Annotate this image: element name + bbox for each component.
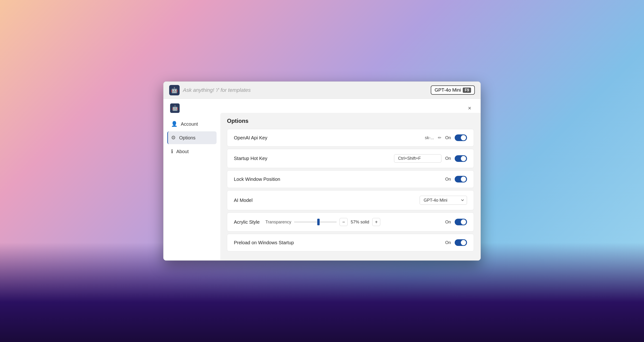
options-title: Options (227, 113, 474, 124)
openai-api-key-toggle[interactable] (455, 135, 467, 141)
toggle-thumb (461, 176, 466, 182)
startup-hot-key-toggle[interactable] (455, 155, 467, 162)
increment-button[interactable]: + (372, 218, 380, 226)
toggle-track (455, 219, 467, 225)
ai-model-select[interactable]: GPT-4o Mini GPT-4o GPT-3.5 Turbo (420, 196, 467, 205)
acrylic-toggle[interactable] (455, 219, 467, 225)
ai-model-label: AI Model (234, 198, 252, 203)
about-icon: ℹ (171, 148, 173, 155)
robot-icon: 🤖 (169, 85, 180, 95)
option-row-ai-model: AI Model GPT-4o Mini GPT-4o GPT-3.5 Turb… (227, 190, 474, 210)
openai-toggle-label: On (445, 135, 451, 140)
toggle-thumb (461, 156, 466, 161)
toggle-track (455, 239, 467, 246)
openai-api-key-right: sk-... ✏ On (425, 135, 467, 141)
search-area: 🤖 Ask anything! '/' for templates (169, 85, 431, 95)
transparency-label: Transparency (265, 220, 291, 225)
edit-icon[interactable]: ✏ (438, 135, 442, 140)
toggle-thumb (461, 240, 466, 245)
model-shortcut-badge: F9 (463, 88, 471, 93)
preload-toggle-label: On (445, 240, 451, 245)
toggle-track (455, 155, 467, 162)
decrement-button[interactable]: − (340, 218, 348, 226)
search-input[interactable]: Ask anything! '/' for templates (183, 87, 251, 93)
top-bar: 🤖 Ask anything! '/' for templates GPT-4o… (164, 82, 480, 99)
slider-value: 57% solid (350, 220, 370, 225)
ai-model-right: GPT-4o Mini GPT-4o GPT-3.5 Turbo (420, 196, 467, 205)
option-row-startup-hot-key: Startup Hot Key On (227, 149, 474, 168)
dialog-icon: 🤖 (170, 103, 180, 113)
toggle-thumb (461, 135, 466, 140)
acrylic-style-label: Acrylic Style (234, 219, 260, 225)
account-icon: 👤 (171, 121, 178, 127)
sidebar-about-label: About (176, 149, 188, 154)
hotkey-input[interactable] (394, 154, 442, 163)
option-row-lock-window-position: Lock Window Position On (227, 171, 474, 188)
acrylic-left: Acrylic Style Transparency − 57% solid (234, 218, 380, 226)
lock-window-right: On (445, 176, 467, 182)
toggle-thumb (461, 219, 466, 225)
sidebar-item-options[interactable]: ⚙ Options (167, 131, 216, 144)
sidebar-item-about[interactable]: ℹ About (167, 145, 216, 158)
lock-toggle-label: On (445, 177, 451, 182)
dialog-body: 👤 Account ⚙ Options ℹ About Options (164, 113, 480, 260)
sidebar: 👤 Account ⚙ Options ℹ About (164, 113, 220, 260)
slider-track[interactable] (294, 221, 337, 222)
preload-startup-toggle[interactable] (455, 239, 467, 246)
slider-container (294, 221, 337, 222)
options-icon: ⚙ (171, 135, 176, 141)
page-wrapper: 🤖 Ask anything! '/' for templates GPT-4o… (0, 0, 644, 342)
preload-startup-label: Preload on Windows Startup (234, 240, 294, 245)
app-window: 🤖 Ask anything! '/' for templates GPT-4o… (163, 81, 481, 261)
model-badge[interactable]: GPT-4o Mini F9 (431, 85, 475, 95)
startup-hot-key-right: On (394, 154, 467, 163)
acrylic-right: On (445, 219, 467, 225)
startup-hot-key-label: Startup Hot Key (234, 156, 267, 161)
sidebar-item-account[interactable]: 👤 Account (167, 118, 216, 130)
sidebar-options-label: Options (179, 135, 196, 141)
startup-toggle-label: On (445, 156, 451, 161)
acrylic-transparency: Transparency − 57% solid + (265, 218, 380, 226)
sidebar-account-label: Account (181, 121, 198, 127)
dialog-header: 🤖 × (164, 99, 480, 113)
lock-window-label: Lock Window Position (234, 176, 280, 182)
option-row-acrylic-style: Acrylic Style Transparency − 57% solid (227, 212, 474, 231)
option-row-preload-startup: Preload on Windows Startup On (227, 234, 474, 251)
options-dialog: 🤖 × 👤 Account ⚙ Options ℹ (164, 99, 480, 260)
option-row-openai-api-key: OpenAI Api Key sk-... ✏ On (227, 129, 474, 147)
openai-api-key-value: sk-... (425, 135, 434, 140)
toggle-track (455, 176, 467, 182)
preload-startup-right: On (445, 239, 467, 246)
model-name-label: GPT-4o Mini (434, 87, 461, 93)
lock-window-toggle[interactable] (455, 176, 467, 182)
slider-thumb[interactable] (317, 219, 320, 225)
toggle-track (455, 135, 467, 141)
openai-api-key-label: OpenAI Api Key (234, 135, 267, 141)
close-button[interactable]: × (465, 104, 474, 112)
acrylic-toggle-label: On (445, 220, 451, 225)
main-content: Options OpenAI Api Key sk-... ✏ On (220, 113, 480, 260)
